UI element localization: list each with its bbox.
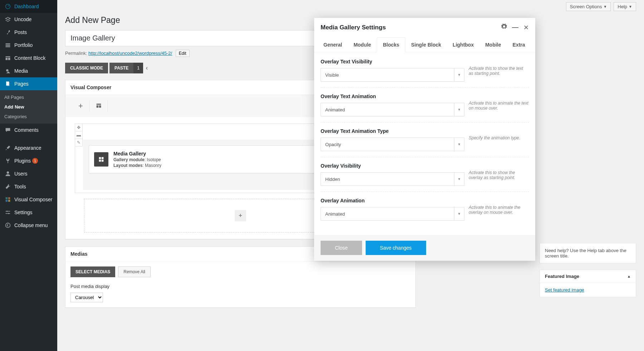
brush-icon xyxy=(4,144,11,152)
box-title: Featured Image xyxy=(545,274,579,279)
sidebar-item-uncode[interactable]: Uncode xyxy=(0,13,57,26)
close-button[interactable]: Close xyxy=(321,241,362,255)
chevron-down-icon: ▼ xyxy=(629,5,632,9)
field-value: Hidden xyxy=(321,177,454,182)
pmd-select[interactable]: Carousel xyxy=(70,293,103,302)
close-icon[interactable]: ✕ xyxy=(523,24,529,32)
field-select[interactable]: Animated▼ xyxy=(321,103,464,116)
sidebar-item-comments[interactable]: Comments xyxy=(0,124,57,136)
plus-icon: + xyxy=(78,101,83,111)
count-badge: 1 xyxy=(133,63,143,73)
chevron-up-icon: ▲ xyxy=(627,274,631,278)
permalink-label: Permalink: xyxy=(65,51,87,56)
field-select[interactable]: Hidden▼ xyxy=(321,172,464,186)
columns-icon: ▬ xyxy=(77,133,81,138)
sidebar-item-label: Comments xyxy=(14,127,39,133)
move-handle[interactable]: ✥ xyxy=(75,124,83,131)
widget-line2: Layout modes: Masonry xyxy=(113,163,161,168)
pin-icon xyxy=(4,29,11,36)
field-value: Animated xyxy=(321,211,454,217)
update-badge: 1 xyxy=(32,158,38,164)
svg-point-7 xyxy=(6,69,8,71)
move-icon: ✥ xyxy=(77,125,80,130)
paste-button[interactable]: PASTE xyxy=(109,63,133,73)
set-featured-image-link[interactable]: Set featured image xyxy=(545,287,584,293)
help-button[interactable]: Help ▼ xyxy=(614,2,636,11)
sidebar-item-tools[interactable]: Tools xyxy=(0,180,57,193)
template-button[interactable] xyxy=(90,100,108,112)
screen-options-button[interactable]: Screen Options ▼ xyxy=(566,2,611,11)
top-row: Screen Options ▼ Help ▼ xyxy=(65,0,636,13)
field-hint: Activate this to show the overlay as sta… xyxy=(464,163,529,186)
add-element-button[interactable]: + xyxy=(72,100,90,112)
edit-handle[interactable]: ✎ xyxy=(75,139,83,146)
tab-blocks[interactable]: Blocks xyxy=(377,37,405,52)
add-row-button[interactable]: + xyxy=(235,210,246,221)
field-label: Overlay Text Animation Type xyxy=(321,128,464,134)
sidebar-item-media[interactable]: Media xyxy=(0,64,57,77)
minimize-icon[interactable]: — xyxy=(512,24,518,32)
tab-single-block[interactable]: Single Block xyxy=(405,37,447,52)
gear-icon[interactable] xyxy=(501,24,507,32)
sidebar-item-label: Appearance xyxy=(14,145,42,151)
field-label: Overlay Animation xyxy=(321,198,464,203)
field-overlay-text-animation-type: Overlay Text Animation TypeOpacity▼ Spec… xyxy=(321,128,529,157)
sidebar-item-pages[interactable]: Pages xyxy=(0,77,57,90)
classic-mode-button[interactable]: CLASSIC MODE xyxy=(65,63,108,73)
tab-extra[interactable]: Extra xyxy=(507,37,531,52)
plus-icon: + xyxy=(239,212,243,220)
svg-rect-23 xyxy=(99,160,101,162)
sidebar-subitem-all-pages[interactable]: All Pages xyxy=(0,92,57,102)
sidebar-item-visual-composer[interactable]: Visual Composer xyxy=(0,193,57,206)
sidebar-item-posts[interactable]: Posts xyxy=(0,26,57,39)
sidebar-item-portfolio[interactable]: Portfolio xyxy=(0,39,57,52)
svg-rect-2 xyxy=(6,45,10,45)
select-medias-button[interactable]: SELECT MEDIAS xyxy=(70,266,115,277)
field-label: Overlay Text Animation xyxy=(321,93,464,99)
chevron-left-icon[interactable]: ‹ xyxy=(143,62,151,74)
sidebar-subitem-categories[interactable]: Categories xyxy=(0,112,57,121)
remove-all-button[interactable]: Remove All xyxy=(118,266,151,277)
label: Screen Options xyxy=(570,4,602,9)
permalink-url[interactable]: http://localhost/uncode2/wordpress/45-2/ xyxy=(88,51,172,56)
sidebar-item-plugins[interactable]: Plugins1 xyxy=(0,154,57,167)
modal-footer: Close Save changes xyxy=(314,235,535,261)
box-header[interactable]: Featured Image▲ xyxy=(540,270,636,283)
modal-title: Media Gallery Settings xyxy=(321,24,386,31)
plug-icon xyxy=(4,157,11,164)
tab-lightbox[interactable]: Lightbox xyxy=(447,37,479,52)
tab-general[interactable]: General xyxy=(318,37,348,52)
sidebar-item-collapse[interactable]: Collapse menu xyxy=(0,219,57,232)
sidebar-item-label: Pages xyxy=(14,81,29,87)
modal-tabs: General Module Blocks Single Block Light… xyxy=(314,37,535,52)
field-hint: Specify the animation type. xyxy=(464,128,529,151)
field-select[interactable]: Opacity▼ xyxy=(321,138,464,151)
field-value: Animated xyxy=(321,107,454,112)
sidebar-item-settings[interactable]: Settings xyxy=(0,206,57,219)
svg-rect-12 xyxy=(8,197,10,199)
sidebar-item-dashboard[interactable]: Dashboard xyxy=(0,0,57,13)
grid-icon xyxy=(4,42,11,49)
sidebar-submenu: All Pages Add New Categories xyxy=(0,90,57,124)
chevron-down-icon: ▼ xyxy=(454,207,464,220)
svg-rect-24 xyxy=(102,160,104,162)
tab-module[interactable]: Module xyxy=(348,37,377,52)
field-select[interactable]: Animated▼ xyxy=(321,207,464,221)
sidebar-item-label: Portfolio xyxy=(14,42,33,48)
label: Help xyxy=(618,4,627,9)
layout-handle[interactable]: ▬ xyxy=(75,131,83,139)
svg-rect-3 xyxy=(6,46,10,47)
field-select[interactable]: Visible▼ xyxy=(321,68,464,82)
sidebar-item-content-block[interactable]: Content Block xyxy=(0,52,57,64)
sidebar-item-users[interactable]: Users xyxy=(0,167,57,180)
field-overlay-text-animation: Overlay Text AnimationAnimated▼ Activate… xyxy=(321,93,529,122)
sidebar-item-appearance[interactable]: Appearance xyxy=(0,141,57,154)
field-hint: Activate this to show the text as starti… xyxy=(464,59,529,82)
save-changes-button[interactable]: Save changes xyxy=(366,241,426,255)
layout-icon xyxy=(96,101,102,111)
permalink-edit-button[interactable]: Edit xyxy=(176,50,190,57)
medias-body: SELECT MEDIAS Remove All Post media disp… xyxy=(65,261,415,307)
sidebar-subitem-add-new[interactable]: Add New xyxy=(0,102,57,112)
svg-point-15 xyxy=(6,211,8,212)
tab-mobile[interactable]: Mobile xyxy=(479,37,507,52)
